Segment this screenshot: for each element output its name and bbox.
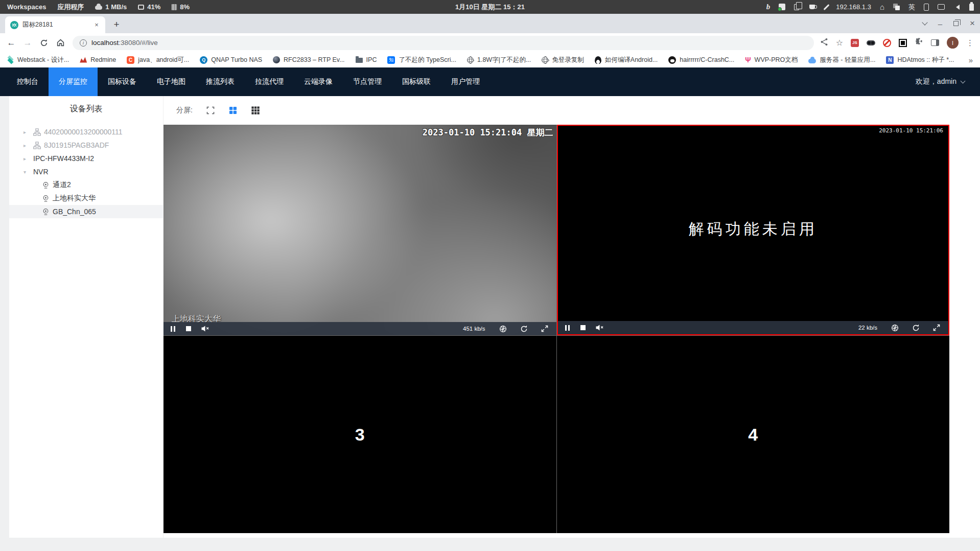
- extensions-puzzle-icon[interactable]: [915, 37, 923, 48]
- video-cell-2-selected[interactable]: 2023-01-10 15:21:06 解码功能未启用 22 kb/s: [557, 125, 950, 335]
- expand-icon[interactable]: [541, 325, 548, 332]
- home-button[interactable]: [53, 36, 67, 50]
- bookmark-item[interactable]: RFC2833 – RTP Ev...: [273, 56, 345, 63]
- nav-item-gb-devices[interactable]: 国标设备: [98, 67, 147, 96]
- browser-menu-icon[interactable]: ⋮: [966, 38, 974, 48]
- tree-item-device[interactable]: ▸ IPC-HFW4433M-I2: [9, 152, 163, 165]
- bookmark-item[interactable]: Redmine: [80, 56, 116, 63]
- tab-search-chevron-icon[interactable]: [922, 19, 927, 25]
- nav-item-push-list[interactable]: 推流列表: [196, 67, 245, 96]
- clipboard-icon[interactable]: [794, 4, 799, 10]
- workspaces-button[interactable]: Workspaces: [7, 3, 46, 11]
- fullscreen-icon[interactable]: [206, 106, 215, 115]
- nav-item-map[interactable]: 电子地图: [147, 67, 196, 96]
- screenshot-app-icon[interactable]: [779, 4, 785, 10]
- clock[interactable]: 1月10日 星期二 15：21: [455, 3, 525, 12]
- stop-button[interactable]: [186, 326, 191, 331]
- display-icon[interactable]: [938, 4, 945, 10]
- tree-item-channel-selected[interactable]: GB_Chn_065: [9, 205, 163, 218]
- nav-item-console[interactable]: 控制台: [7, 67, 49, 96]
- bookmark-item[interactable]: QQNAP Turbo NAS: [200, 56, 262, 64]
- close-window-button[interactable]: ×: [970, 18, 975, 29]
- nav-item-gb-cascade[interactable]: 国标级联: [392, 67, 441, 96]
- bookmark-item[interactable]: 服务器 - 轻量应用...: [808, 56, 875, 64]
- battery-icon[interactable]: [969, 4, 974, 11]
- tree-item-device-nvr[interactable]: ▾ NVR: [9, 165, 163, 178]
- stop-button[interactable]: [580, 325, 586, 330]
- new-tab-button[interactable]: +: [109, 17, 124, 32]
- nav-item-cloud-record[interactable]: 云端录像: [294, 67, 343, 96]
- chevron-down-icon[interactable]: ▾: [24, 169, 30, 175]
- mute-icon[interactable]: [201, 325, 210, 332]
- browser-tab[interactable]: 国标28181 ×: [5, 16, 105, 33]
- forward-button[interactable]: →: [20, 36, 35, 50]
- applications-menu[interactable]: 应用程序: [57, 3, 84, 12]
- camera-icon: [42, 195, 50, 202]
- bookmark-item[interactable]: hairrrrr/C-CrashC...: [668, 56, 734, 64]
- bookmark-item[interactable]: Webstack - 设计...: [7, 56, 69, 64]
- refresh-icon[interactable]: [520, 325, 528, 333]
- tree-item-device[interactable]: ▸ 44020000013200000111: [9, 125, 163, 139]
- address-bar[interactable]: i localhost:38080/#/live: [73, 36, 814, 50]
- chevron-right-icon[interactable]: ▸: [24, 156, 30, 162]
- blocker-extension-icon[interactable]: [883, 39, 891, 47]
- mute-icon[interactable]: [595, 324, 604, 331]
- bookmarks-overflow-icon[interactable]: »: [969, 56, 973, 64]
- user-menu[interactable]: 欢迎，admin: [916, 77, 980, 86]
- video-cell-4[interactable]: 4: [557, 336, 950, 533]
- color-picker-icon[interactable]: [824, 4, 830, 10]
- bing-tray-icon[interactable]: b: [766, 3, 771, 11]
- share-icon[interactable]: [820, 38, 828, 48]
- minimize-button[interactable]: –: [938, 19, 942, 28]
- refresh-icon[interactable]: [912, 324, 920, 332]
- snapshot-aperture-icon[interactable]: [499, 325, 507, 333]
- tree-item-device[interactable]: ▸ 8J01915PAGB3ADF: [9, 139, 163, 152]
- bookmark-item[interactable]: 1.8W字|了不起的...: [467, 56, 531, 64]
- bookmark-item[interactable]: Cjava、android可...: [127, 56, 189, 64]
- profile-avatar[interactable]: I: [947, 37, 959, 49]
- volume-icon[interactable]: [953, 5, 960, 10]
- tree-item-channel[interactable]: 通道2: [9, 178, 163, 192]
- ublock-extension-icon[interactable]: [899, 39, 907, 47]
- bookmark-item[interactable]: 知了不起的 TypeScri...: [387, 56, 456, 64]
- pause-button[interactable]: [565, 325, 570, 331]
- main-area: 设备列表 ▸ 44020000013200000111 ▸: [0, 96, 980, 551]
- bookmark-item[interactable]: 免登录复制: [542, 56, 584, 64]
- tree-item-channel[interactable]: 上地科实大华: [9, 192, 163, 205]
- snapshot-aperture-icon[interactable]: [891, 324, 899, 332]
- window-switcher-icon[interactable]: [893, 4, 900, 10]
- mask-extension-icon[interactable]: [867, 40, 875, 45]
- nav-item-pull-proxy[interactable]: 拉流代理: [245, 67, 294, 96]
- nav-item-user-manage[interactable]: 用户管理: [441, 67, 490, 96]
- input-language-indicator[interactable]: 英: [908, 3, 915, 12]
- ip-address-indicator[interactable]: 192.168.1.3: [836, 3, 871, 11]
- bookmark-item[interactable]: ΨWVP-PRO文档: [745, 56, 798, 64]
- bookmark-star-icon[interactable]: ☆: [836, 38, 843, 48]
- nav-item-node-manage[interactable]: 节点管理: [343, 67, 392, 96]
- phone-link-icon[interactable]: [924, 4, 929, 11]
- video-cell-1[interactable]: 2023-01-10 15:21:04 星期二 上地科实大华 451 kb/s: [164, 125, 556, 335]
- expand-icon[interactable]: [933, 324, 940, 331]
- grid-2x2-icon[interactable]: [228, 106, 238, 115]
- js-extension-icon[interactable]: JS: [851, 39, 859, 47]
- bookmark-item[interactable]: IPC: [356, 56, 377, 63]
- back-button[interactable]: ←: [4, 36, 18, 50]
- reload-button[interactable]: [37, 36, 51, 50]
- restore-window-button[interactable]: [953, 21, 959, 26]
- chevron-right-icon[interactable]: ▸: [24, 129, 30, 135]
- bitrate-label: 22 kb/s: [858, 325, 877, 331]
- home-tray-icon[interactable]: ⌂: [880, 3, 884, 11]
- bookmark-item[interactable]: 如何编译Android...: [595, 56, 658, 64]
- video-cell-3[interactable]: 3: [164, 336, 556, 533]
- tab-close-icon[interactable]: ×: [92, 20, 101, 30]
- nav-item-split-monitor[interactable]: 分屏监控: [49, 67, 98, 96]
- bitrate-label: 451 kb/s: [463, 326, 485, 332]
- chevron-down-icon: [961, 78, 966, 83]
- bookmark-item[interactable]: NHDAtmos :: 种子 *...: [886, 56, 954, 64]
- site-info-icon[interactable]: i: [80, 39, 87, 47]
- grid-3x3-icon[interactable]: [251, 106, 260, 115]
- chevron-right-icon[interactable]: ▸: [24, 143, 30, 148]
- coffee-icon[interactable]: [809, 5, 815, 9]
- pause-button[interactable]: [171, 326, 175, 332]
- side-panel-icon[interactable]: [931, 39, 939, 46]
